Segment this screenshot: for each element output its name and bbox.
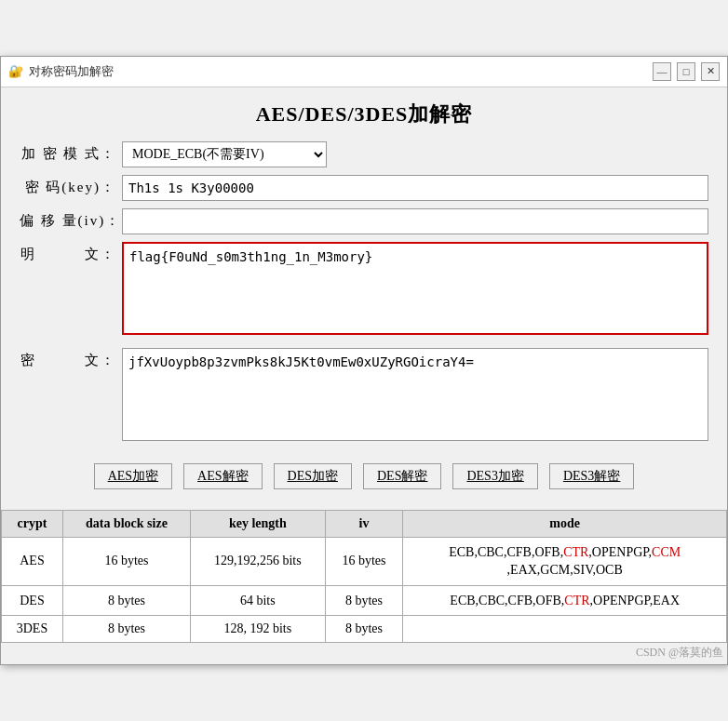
- plaintext-textarea[interactable]: flag{F0uNd_s0m3th1ng_1n_M3mory}: [122, 242, 708, 335]
- iv-input[interactable]: [122, 208, 708, 234]
- aes-mode-rest: ,EAX,GCM,SIV,OCB: [507, 563, 623, 577]
- plaintext-row: 明 文： flag{F0uNd_s0m3th1ng_1n_M3mory}: [20, 242, 708, 339]
- mode-row: 加 密 模 式： MODE_ECB(不需要IV) MODE_CBC MODE_C…: [20, 141, 708, 167]
- window-icon: 🔐: [8, 64, 23, 79]
- crypto-info-table: crypt data block size key length iv mode…: [1, 510, 727, 644]
- mode-select[interactable]: MODE_ECB(不需要IV) MODE_CBC MODE_CFB MODE_O…: [122, 141, 327, 167]
- col-header-key-length: key length: [190, 510, 325, 537]
- col-header-block-size: data block size: [62, 510, 190, 537]
- ciphertext-label: 密 文：: [20, 348, 122, 369]
- title-bar-left: 🔐 对称密码加解密: [8, 63, 114, 80]
- plaintext-label: 明 文：: [20, 242, 122, 263]
- aes-mode-ctr: CTR: [563, 545, 588, 559]
- col-header-iv: iv: [325, 510, 403, 537]
- key-row: 密 码(key)：: [20, 175, 708, 201]
- aes-block-size: 16 bytes: [62, 537, 190, 585]
- col-header-mode: mode: [403, 510, 727, 537]
- key-label: 密 码(key)：: [20, 179, 122, 196]
- title-bar: 🔐 对称密码加解密 — □ ✕: [1, 57, 727, 87]
- watermark: CSDN @落莫的鱼: [1, 643, 727, 664]
- des-key-length: 64 bits: [190, 585, 325, 616]
- des3-decrypt-button[interactable]: DES3解密: [549, 463, 634, 489]
- close-button[interactable]: ✕: [701, 62, 720, 81]
- key-input[interactable]: [122, 175, 708, 201]
- aes-mode-ccm: CCM: [652, 545, 681, 559]
- ciphertext-container: jfXvUoypb8p3zvmPks8kJ5Kt0vmEw0xUZyRGOicr…: [122, 348, 708, 445]
- 3des-mode: [403, 616, 727, 643]
- 3des-block-size: 8 bytes: [62, 616, 190, 643]
- des-iv: 8 bytes: [325, 585, 403, 616]
- des-block-size: 8 bytes: [62, 585, 190, 616]
- aes-iv: 16 bytes: [325, 537, 403, 585]
- maximize-button[interactable]: □: [677, 62, 695, 81]
- table-row-des: DES 8 bytes 64 bits 8 bytes ECB,CBC,CFB,…: [2, 585, 727, 616]
- table-header-row: crypt data block size key length iv mode: [2, 510, 727, 537]
- 3des-crypt: 3DES: [2, 616, 63, 643]
- ciphertext-row: 密 文： jfXvUoypb8p3zvmPks8kJ5Kt0vmEw0xUZyR…: [20, 348, 708, 445]
- main-window: 🔐 对称密码加解密 — □ ✕ AES/DES/3DES加解密 加 密 模 式：…: [0, 56, 728, 666]
- aes-decrypt-button[interactable]: AES解密: [183, 463, 262, 489]
- des3-encrypt-button[interactable]: DES3加密: [452, 463, 537, 489]
- des-crypt: DES: [2, 585, 63, 616]
- button-row: AES加密 AES解密 DES加密 DES解密 DES3加密 DES3解密: [20, 454, 708, 501]
- des-decrypt-button[interactable]: DES解密: [363, 463, 441, 489]
- des-mode: ECB,CBC,CFB,OFB,CTR,OPENPGP,EAX: [403, 585, 727, 616]
- mode-label: 加 密 模 式：: [20, 145, 122, 163]
- plaintext-container: flag{F0uNd_s0m3th1ng_1n_M3mory}: [122, 242, 708, 339]
- table-row-aes: AES 16 bytes 129,192,256 bits 16 bytes E…: [2, 537, 727, 585]
- iv-label: 偏 移 量(iv)：: [20, 212, 122, 230]
- ciphertext-textarea[interactable]: jfXvUoypb8p3zvmPks8kJ5Kt0vmEw0xUZyRGOicr…: [122, 348, 708, 441]
- title-bar-controls: — □ ✕: [653, 62, 720, 81]
- des-encrypt-button[interactable]: DES加密: [274, 463, 352, 489]
- des-mode-ecb: ECB,CBC,CFB,OFB,: [450, 594, 564, 608]
- col-header-crypt: crypt: [2, 510, 63, 537]
- table-row-3des: 3DES 8 bytes 128, 192 bits 8 bytes: [2, 616, 727, 643]
- content-area: 加 密 模 式： MODE_ECB(不需要IV) MODE_CBC MODE_C…: [1, 138, 727, 510]
- 3des-iv: 8 bytes: [325, 616, 403, 643]
- des-mode-openpgp: ,OPENPGP,EAX: [590, 594, 680, 608]
- 3des-key-length: 128, 192 bits: [190, 616, 325, 643]
- minimize-button[interactable]: —: [653, 62, 671, 81]
- iv-row: 偏 移 量(iv)：: [20, 208, 708, 234]
- main-title: AES/DES/3DES加解密: [1, 87, 727, 138]
- aes-key-length: 129,192,256 bits: [190, 537, 325, 585]
- des-mode-ctr: CTR: [564, 594, 589, 608]
- aes-crypt: AES: [2, 537, 63, 585]
- aes-mode: ECB,CBC,CFB,OFB,CTR,OPENPGP,CCM ,EAX,GCM…: [403, 537, 727, 585]
- aes-encrypt-button[interactable]: AES加密: [94, 463, 172, 489]
- window-title: 对称密码加解密: [29, 63, 114, 80]
- aes-mode-ecb: ECB,CBC,CFB,OFB,: [449, 545, 563, 559]
- aes-mode-openpgp: ,OPENPGP,: [588, 545, 652, 559]
